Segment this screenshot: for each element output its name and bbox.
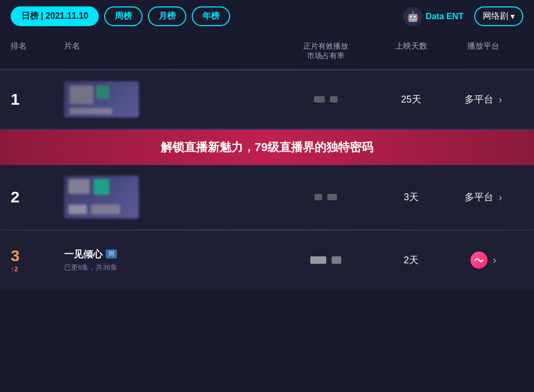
header-market: 正片有效播放市场占有率 [272,41,379,60]
platform-label-2: 多平台 [465,191,493,203]
brand-robot-icon: 🤖 [403,7,422,26]
market-bar-3a [310,256,326,264]
chevron-right-icon-3[interactable]: › [493,254,497,266]
dropdown-chevron-icon: ▾ [511,11,515,21]
platform-cell-1: 多平台 › [443,93,523,106]
name-cell-2 [53,176,272,218]
rank-number-2: 2 [11,188,53,206]
year-filter-btn[interactable]: 年榜 [192,6,230,26]
brand-logo: 🤖 Data ENT [403,7,464,26]
tencent-video-icon [470,252,488,269]
date-filter-btn[interactable]: 日榜 | 2021.11.10 [11,6,99,26]
header-rank: 排名 [11,41,53,60]
category-dropdown-btn[interactable]: 网络剧 ▾ [474,6,523,26]
top-navigation: 日榜 | 2021.11.10 周榜 月榜 年榜 🤖 Data ENT 网络剧 … [0,0,534,33]
table-row[interactable]: 1 25天 多平台 › [0,70,534,129]
platform-tag-3: 网 [106,249,117,258]
table-row[interactable]: 3 ↑2 一见倾心 网 已更6集，共36集 2天 › [0,231,534,289]
header-days: 上映天数 [379,41,443,60]
category-label: 网络剧 [483,11,508,22]
table-row[interactable]: 2 3天 多平台 › [0,165,534,230]
rank-number-1: 1 [11,90,53,108]
name-title-3: 一见倾心 网 [64,248,272,261]
chevron-right-icon-2[interactable]: › [499,191,502,203]
platform-label-1: 多平台 [465,93,493,106]
table-header: 排名 片名 正片有效播放市场占有率 上映天数 播放平台 [0,33,534,69]
market-bar-2b [327,194,337,200]
header-platform: 播放平台 [443,41,523,60]
banner-text: 解锁直播新魅力，79级直播界的独特密码 [161,140,373,154]
rank-number-3: 3 [11,247,53,265]
rank-cell-2: 2 [11,188,53,206]
market-bar-2a [315,194,322,200]
market-cell-2 [272,194,379,200]
show-name-3: 一见倾心 [64,248,103,261]
rank-cell-3: 3 ↑2 [11,247,53,273]
month-filter-btn[interactable]: 月榜 [148,6,186,26]
banner-advertisement[interactable]: 解锁直播新魅力，79级直播界的独特密码 [0,130,534,165]
market-cell-3 [272,256,379,264]
name-subtitle-3: 已更6集，共36集 [64,263,272,272]
brand-name: Data ENT [426,12,464,21]
header-name: 片名 [53,41,272,60]
days-cell-2: 3天 [379,191,443,203]
name-cell-3: 一见倾心 网 已更6集，共36集 [53,248,272,272]
market-bar-3b [332,256,341,264]
rank-cell-1: 1 [11,90,53,108]
market-cell-1 [272,96,379,103]
week-filter-btn[interactable]: 周榜 [104,6,143,26]
chevron-right-icon-1[interactable]: › [499,93,502,106]
tencent-logo-svg [474,256,484,264]
days-cell-1: 25天 [379,93,443,106]
platform-cell-2: 多平台 › [443,191,523,203]
market-bar-1b [330,96,337,103]
market-bar-1a [314,96,325,103]
rank-change-3: ↑2 [11,265,53,273]
platform-cell-3: › [443,252,523,269]
name-cell-1 [53,81,272,117]
days-cell-3: 2天 [379,254,443,266]
